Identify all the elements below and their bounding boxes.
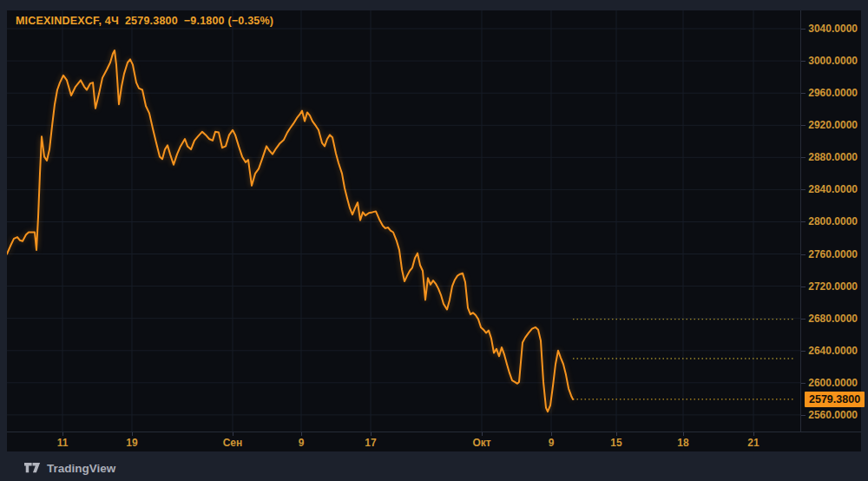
price-line — [7, 50, 573, 412]
price-tick-mark — [801, 125, 806, 126]
time-tick-label: 21 — [747, 437, 759, 449]
time-tick-label: 19 — [126, 437, 137, 449]
time-tick-mark — [616, 432, 617, 436]
price-tick-label: 2880.0000 — [808, 151, 858, 163]
price-tick-mark — [801, 319, 806, 320]
legend-change: −9.1800 (−0.35%) — [184, 15, 273, 27]
price-tick-label: 3000.0000 — [808, 55, 858, 67]
tradingview-logo-link[interactable]: TradingView — [24, 462, 115, 475]
time-axis[interactable]: 1119Сен917Окт9151821 — [7, 432, 861, 452]
price-tick-label: 2760.0000 — [808, 248, 858, 260]
legend-symbol-interval[interactable]: MICEXINDEXCF, 4Ч — [16, 15, 119, 27]
price-tick-label: 3040.0000 — [808, 23, 858, 35]
time-tick-mark — [62, 432, 63, 436]
time-tick-label: Окт — [472, 437, 490, 449]
price-tick-mark — [801, 93, 806, 94]
price-tick-mark — [801, 287, 806, 287]
time-tick-mark — [683, 432, 684, 436]
price-tick-mark — [801, 61, 806, 62]
time-tick-label: 15 — [610, 437, 621, 449]
price-tick-label: 2840.0000 — [808, 183, 858, 195]
price-tick-mark — [801, 221, 806, 222]
price-tick-label: 2920.0000 — [808, 119, 858, 131]
price-tick-mark — [801, 383, 806, 384]
time-tick-mark — [301, 432, 302, 436]
time-tick-label: 11 — [57, 437, 69, 449]
time-tick-mark — [132, 432, 133, 436]
price-tick-mark — [801, 157, 806, 158]
symbol-legend[interactable]: MICEXINDEXCF, 4Ч2579.3800−9.1800 (−0.35%… — [16, 15, 279, 27]
price-tick-mark — [801, 189, 806, 190]
time-tick-label: 9 — [299, 437, 305, 449]
time-tick-mark — [551, 432, 552, 436]
price-tick-mark — [801, 415, 806, 416]
footer-bar: TradingView — [7, 455, 861, 481]
price-tick-label: 2960.0000 — [808, 87, 858, 99]
time-tick-label: Сен — [223, 437, 243, 449]
tradingview-icon — [24, 462, 41, 474]
time-tick-label: 18 — [677, 437, 688, 449]
time-tick-label: 17 — [365, 437, 376, 449]
time-tick-mark — [233, 432, 233, 436]
time-tick-mark — [371, 432, 372, 436]
price-tick-mark — [801, 351, 806, 352]
chart-widget: MICEXINDEXCF, 4Ч2579.3800−9.1800 (−0.35%… — [7, 10, 861, 451]
price-tick-label: 2600.0000 — [808, 377, 858, 389]
price-axis[interactable]: 3040.00003000.00002960.00002920.00002880… — [800, 10, 862, 432]
tradingview-label: TradingView — [47, 462, 115, 475]
price-tick-label: 2560.0000 — [808, 409, 858, 421]
price-tick-label: 2680.0000 — [808, 313, 858, 325]
price-line-chart — [7, 10, 800, 432]
legend-last-price: 2579.3800 — [125, 15, 178, 27]
price-tick-label: 2800.0000 — [808, 215, 858, 227]
price-tick-mark — [801, 254, 806, 255]
price-tick-label: 2720.0000 — [808, 280, 858, 293]
price-pane[interactable]: MICEXINDEXCF, 4Ч2579.3800−9.1800 (−0.35%… — [7, 10, 800, 432]
time-tick-mark — [753, 432, 754, 436]
time-tick-label: 9 — [549, 437, 555, 449]
time-tick-mark — [482, 432, 483, 436]
last-price-badge: 2579.3800 — [805, 392, 865, 407]
price-tick-label: 2640.0000 — [808, 345, 858, 357]
price-tick-mark — [801, 29, 806, 30]
